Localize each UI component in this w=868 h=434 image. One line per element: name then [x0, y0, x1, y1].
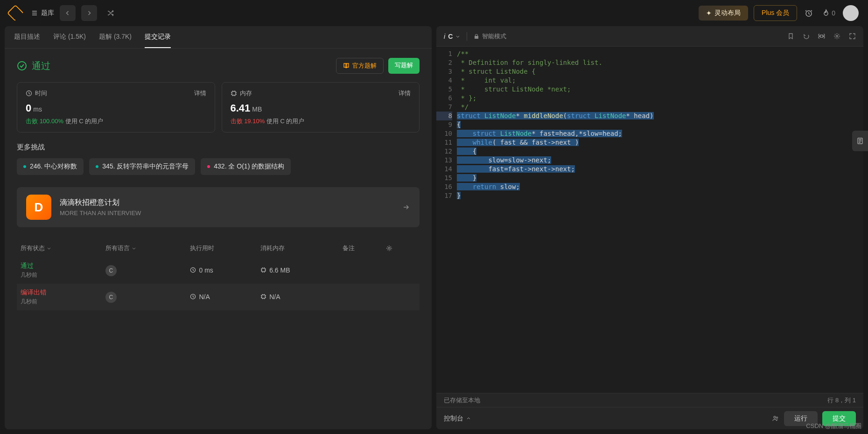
prev-button[interactable] — [60, 5, 76, 21]
promo-banner[interactable]: D 滴滴秋招橙意计划 MORE THAN AN INTERVIEW — [17, 187, 420, 227]
time-sub: 击败 100.00% 使用 C 的用户 — [26, 117, 206, 126]
memory-card[interactable]: 内存 详情 6.41MB 击败 19.10% 使用 C 的用户 — [222, 82, 420, 133]
metrics: 时间 详情 0ms 击败 100.00% 使用 C 的用户 内存 详情 6.41… — [17, 82, 420, 133]
write-solution-button[interactable]: 写题解 — [388, 58, 420, 74]
mode-label: 智能模式 — [482, 32, 506, 41]
language-select[interactable]: iC — [444, 33, 460, 40]
col-status[interactable]: 所有状态 — [17, 239, 102, 257]
row-memory: 6.6 MB — [269, 266, 290, 274]
avatar[interactable] — [843, 5, 859, 21]
streak-button[interactable]: 0 — [820, 7, 837, 19]
chip-label: 432. 全 O(1) 的数据结构 — [214, 162, 284, 171]
col-runtime: 执行用时 — [186, 239, 257, 257]
smart-mode[interactable]: 智能模式 — [474, 32, 506, 41]
nav-left: 题库 — [9, 5, 119, 21]
shortcut-button[interactable] — [818, 33, 825, 40]
chip-icon — [260, 294, 266, 300]
shuffle-button[interactable] — [103, 5, 119, 21]
challenge-chips: 246. 中心对称数 345. 反转字符串中的元音字母 432. 全 O(1) … — [17, 158, 420, 175]
tab-discuss[interactable]: 评论 (1.5K) — [53, 26, 86, 48]
challenge-chip[interactable]: 432. 全 O(1) 的数据结构 — [201, 158, 291, 175]
promo-subtitle: MORE THAN AN INTERVIEW — [60, 210, 393, 217]
svg-rect-6 — [262, 268, 265, 272]
gear-icon — [833, 33, 840, 40]
clock-icon — [190, 294, 196, 300]
time-title: 时间 — [35, 89, 47, 98]
cursor-label: 行 8，列 1 — [827, 396, 856, 405]
left-body: 通过 官方题解 写题解 时间 详情 0ms 击败 1 — [5, 49, 432, 429]
row-status: 编译出错 — [21, 288, 98, 297]
mem-detail[interactable]: 详情 — [399, 89, 411, 98]
row-status: 通过 — [21, 262, 98, 270]
challenge-chip[interactable]: 345. 反转字符串中的元音字母 — [89, 158, 195, 175]
timer-button[interactable] — [803, 7, 815, 19]
chevron-up-icon — [466, 416, 471, 421]
plus-badge[interactable]: Plus 会员 — [754, 5, 797, 21]
tab-solutions[interactable]: 题解 (3.7K) — [99, 26, 132, 48]
editor-statusbar: 已存储至本地 行 8，列 1 — [436, 393, 863, 407]
sparkle-icon: ✦ — [706, 9, 712, 17]
reset-icon — [803, 33, 810, 40]
svg-rect-3 — [232, 91, 236, 95]
problems-link[interactable]: 题库 — [31, 9, 54, 17]
gutter: 1234567891011121314151617 — [436, 47, 457, 393]
console-toggle[interactable]: 控制台 — [444, 414, 471, 423]
streak-count: 0 — [832, 9, 835, 17]
challenge-chip[interactable]: 246. 中心对称数 — [17, 158, 84, 175]
row-runtime: N/A — [199, 293, 210, 301]
check-circle-icon — [17, 61, 27, 71]
table-row[interactable]: 编译出错几秒前 C N/A N/A — [17, 284, 420, 310]
col-settings[interactable] — [382, 239, 420, 257]
mem-value: 6.41MB — [231, 102, 411, 114]
row-time: 几秒前 — [21, 298, 98, 306]
logo-icon[interactable] — [7, 5, 24, 22]
editor[interactable]: 1234567891011121314151617 /** * Definiti… — [436, 47, 863, 393]
chip-icon — [260, 267, 266, 273]
settings-button[interactable] — [833, 33, 840, 40]
row-runtime: 0 ms — [199, 266, 213, 274]
tab-description[interactable]: 题目描述 — [14, 26, 40, 48]
dot-icon — [96, 165, 98, 168]
dynamic-layout-button[interactable]: ✦ 灵动布局 — [699, 6, 748, 21]
people-icon — [772, 415, 779, 422]
status-accepted: 通过 — [17, 60, 50, 72]
side-handle[interactable] — [852, 131, 868, 151]
official-solution-button[interactable]: 官方题解 — [336, 58, 384, 74]
right-panel: iC 智能模式 1234567891011121314151617 /** * … — [436, 26, 863, 429]
code-area[interactable]: /** * Definition for singly-linked list.… — [457, 47, 863, 393]
col-lang[interactable]: 所有语言 — [102, 239, 187, 257]
submissions-table: 所有状态 所有语言 执行用时 消耗内存 备注 通过几秒前 C 0 ms 6.6 … — [17, 239, 420, 310]
problems-label: 题库 — [41, 9, 54, 17]
group-icon-button[interactable] — [772, 415, 779, 422]
table-row[interactable]: 通过几秒前 C 0 ms 6.6 MB — [17, 257, 420, 284]
watermark: CSDN @醋溜马桶圈 — [806, 422, 861, 430]
next-button[interactable] — [81, 5, 97, 21]
time-value: 0ms — [26, 102, 206, 114]
chip-icon — [231, 90, 237, 97]
chevron-down-icon — [455, 34, 460, 39]
dot-icon — [207, 165, 210, 168]
reset-button[interactable] — [803, 33, 810, 40]
dot-icon — [23, 165, 26, 168]
time-card[interactable]: 时间 详情 0ms 击败 100.00% 使用 C 的用户 — [17, 82, 215, 133]
mem-title: 内存 — [240, 89, 252, 98]
svg-point-1 — [18, 62, 26, 70]
time-detail[interactable]: 详情 — [194, 89, 206, 98]
promo-title: 滴滴秋招橙意计划 — [60, 198, 393, 208]
tab-submissions[interactable]: 提交记录 — [145, 26, 171, 48]
divider — [467, 32, 467, 41]
official-solution-label: 官方题解 — [352, 62, 377, 70]
bookmark-button[interactable] — [787, 33, 794, 40]
editor-actions — [787, 33, 856, 40]
svg-point-11 — [776, 417, 777, 418]
lock-icon — [474, 34, 479, 39]
lang-badge: C — [105, 265, 117, 276]
svg-point-10 — [774, 416, 776, 418]
svg-point-4 — [388, 247, 390, 249]
fullscreen-button[interactable] — [849, 33, 856, 40]
main: 题目描述 评论 (1.5K) 题解 (3.7K) 提交记录 通过 官方题解 写题… — [0, 26, 868, 434]
tabs: 题目描述 评论 (1.5K) 题解 (3.7K) 提交记录 — [5, 26, 432, 49]
promo-icon: D — [26, 195, 51, 220]
left-panel: 题目描述 评论 (1.5K) 题解 (3.7K) 提交记录 通过 官方题解 写题… — [5, 26, 432, 429]
chevron-down-icon — [47, 246, 51, 251]
